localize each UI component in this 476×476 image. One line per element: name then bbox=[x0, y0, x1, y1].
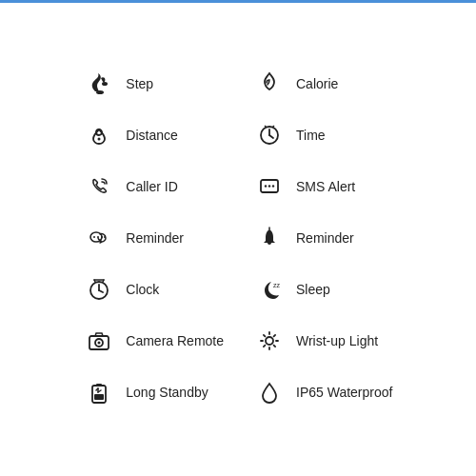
reminder-bell-label: Reminder bbox=[296, 230, 354, 246]
svg-point-3 bbox=[98, 138, 101, 141]
reminder-wechat-label: Reminder bbox=[126, 230, 184, 246]
svg-point-16 bbox=[101, 236, 103, 238]
svg-point-17 bbox=[104, 236, 106, 238]
svg-line-34 bbox=[264, 335, 266, 337]
reminder-wechat-icon bbox=[82, 221, 116, 255]
wrist-up-light-label: Wrist-up Light bbox=[296, 333, 378, 348]
distance-icon bbox=[82, 118, 116, 152]
ip65-waterproof-label: IP65 Waterproof bbox=[296, 385, 392, 400]
feature-item-time: Time bbox=[252, 118, 394, 152]
distance-label: Distance bbox=[126, 128, 177, 143]
svg-line-37 bbox=[264, 346, 266, 347]
feature-item-reminder-wechat: Reminder bbox=[82, 221, 224, 255]
svg-point-28 bbox=[98, 342, 101, 345]
calorie-label: Calorie bbox=[296, 76, 338, 91]
time-icon bbox=[252, 118, 287, 152]
feature-item-long-standby: Long Standby bbox=[82, 375, 224, 409]
wrist-up-light-icon bbox=[252, 324, 287, 358]
long-standby-label: Long Standby bbox=[126, 385, 208, 400]
caller-id-icon bbox=[82, 169, 116, 204]
reminder-bell-icon bbox=[252, 221, 287, 255]
svg-point-14 bbox=[93, 236, 95, 238]
svg-line-6 bbox=[269, 135, 273, 138]
feature-item-camera-remote: Camera Remote bbox=[82, 324, 224, 358]
feature-item-sleep: zz Sleep bbox=[252, 272, 394, 307]
feature-item-step: Step bbox=[82, 67, 224, 101]
feature-item-distance: Distance bbox=[82, 118, 224, 152]
svg-line-21 bbox=[99, 290, 103, 292]
camera-remote-icon bbox=[82, 324, 116, 358]
svg-point-29 bbox=[266, 337, 273, 345]
features-grid: Step Calorie Distance Time Caller ID SMS… bbox=[44, 38, 431, 438]
svg-rect-40 bbox=[94, 394, 104, 400]
svg-point-10 bbox=[265, 185, 267, 187]
clock-label: Clock bbox=[126, 282, 159, 297]
feature-item-calorie: Calorie bbox=[252, 67, 394, 101]
svg-point-11 bbox=[268, 185, 270, 187]
feature-item-wrist-up-light: Wrist-up Light bbox=[252, 324, 394, 358]
svg-point-1 bbox=[102, 82, 108, 86]
feature-item-reminder-bell: Reminder bbox=[252, 221, 394, 255]
sleep-label: Sleep bbox=[296, 282, 330, 297]
time-label: Time bbox=[296, 128, 326, 143]
svg-line-36 bbox=[274, 335, 276, 337]
caller-id-label: Caller ID bbox=[126, 179, 177, 194]
step-label: Step bbox=[126, 76, 153, 91]
sms-alert-label: SMS Alert bbox=[296, 179, 355, 194]
svg-rect-39 bbox=[96, 384, 102, 386]
camera-remote-label: Camera Remote bbox=[126, 333, 224, 348]
step-icon bbox=[82, 67, 116, 101]
long-standby-icon bbox=[82, 375, 116, 409]
svg-point-12 bbox=[272, 185, 274, 187]
svg-point-0 bbox=[96, 90, 104, 94]
feature-item-ip65-waterproof: IP65 Waterproof bbox=[252, 375, 394, 409]
clock-icon bbox=[82, 272, 116, 307]
top-border bbox=[0, 0, 476, 3]
calorie-icon bbox=[252, 67, 287, 101]
ip65-waterproof-icon bbox=[252, 375, 287, 409]
feature-item-sms-alert: SMS Alert bbox=[252, 169, 394, 204]
sms-alert-icon bbox=[252, 169, 287, 204]
svg-line-35 bbox=[274, 346, 276, 347]
sleep-icon: zz bbox=[252, 272, 287, 307]
svg-text:zz: zz bbox=[273, 282, 281, 288]
feature-item-clock: Clock bbox=[82, 272, 224, 307]
feature-item-caller-id: Caller ID bbox=[82, 169, 224, 204]
